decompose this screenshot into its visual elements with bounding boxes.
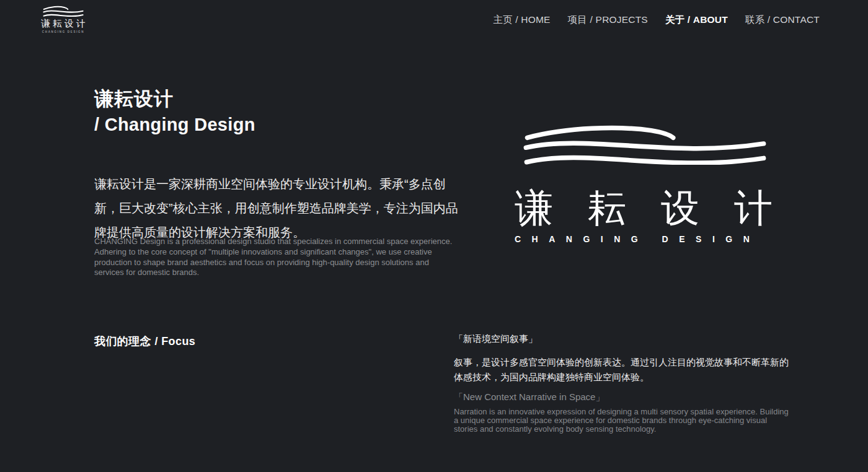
focus-item-title-en: 「New Context Narrative in Space」: [454, 391, 789, 403]
brand-waves-icon: [43, 6, 84, 17]
main-nav: 主页 / HOME 项目 / PROJECTS 关于 / ABOUT 联系 / …: [493, 14, 820, 27]
focus-section-heading: 我们的理念 / Focus: [94, 334, 195, 349]
page: 谦耘设计 CHANGING DESIGN 主页 / HOME 项目 / PROJ…: [0, 0, 868, 472]
hero-description-cn: 谦耘设计是一家深耕商业空间体验的专业设计机构。秉承“多点创新，巨大改变”核心主张…: [94, 172, 464, 245]
brand-name-cn-large: 谦耘设计: [515, 187, 773, 229]
site-header: 谦耘设计 CHANGING DESIGN 主页 / HOME 项目 / PROJ…: [0, 0, 868, 40]
focus-item-desc-en: Narration is an innovative expression of…: [454, 408, 789, 434]
nav-item-contact[interactable]: 联系 / CONTACT: [745, 14, 820, 27]
focus-item-desc-cn: 叙事，是设计多感官空间体验的创新表达。通过引人注目的视觉故事和不断革新的体感技术…: [454, 355, 789, 385]
hero-description-en: CHANGING Design is a professional design…: [94, 237, 454, 278]
brand-logo-large: 谦耘设计 CHANGING DESIGN: [515, 124, 773, 244]
brand-name-cn: 谦耘设计: [41, 19, 86, 29]
brand-name-en-large: CHANGING DESIGN: [515, 234, 773, 244]
brand-waves-icon: [522, 124, 768, 165]
nav-item-home[interactable]: 主页 / HOME: [493, 14, 550, 27]
brand-name-en: CHANGING DESIGN: [41, 30, 86, 33]
nav-item-about[interactable]: 关于 / ABOUT: [665, 14, 728, 27]
nav-item-projects[interactable]: 项目 / PROJECTS: [568, 14, 648, 27]
hero-title-cn: 谦耘设计: [94, 88, 255, 110]
hero-title-block: 谦耘设计 / Changing Design: [94, 88, 255, 135]
focus-item: 「新语境空间叙事」 叙事，是设计多感官空间体验的创新表达。通过引人注目的视觉故事…: [454, 333, 789, 434]
brand-logo[interactable]: 谦耘设计 CHANGING DESIGN: [41, 6, 86, 33]
hero-title-en: / Changing Design: [94, 114, 255, 135]
focus-item-title-cn: 「新语境空间叙事」: [454, 333, 789, 344]
